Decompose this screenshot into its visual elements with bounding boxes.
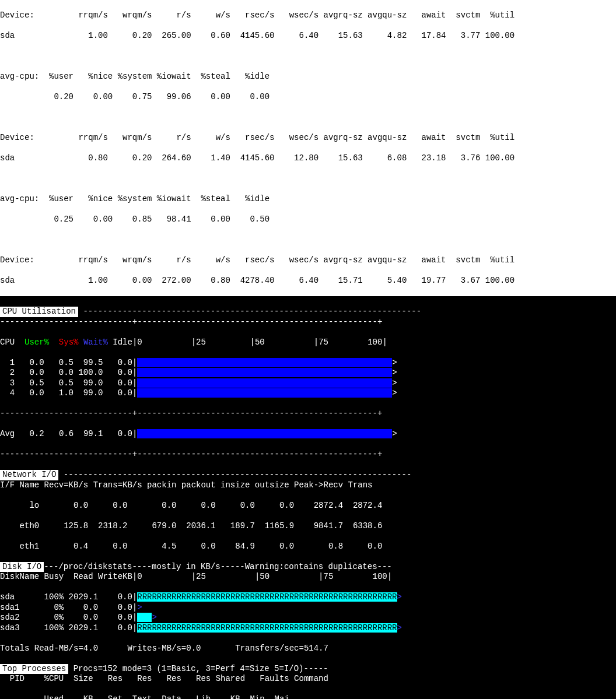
cpu-col-wait: Wait% [83, 338, 108, 347]
disk-colhdr: DiskName Busy Read WriteKB [0, 572, 132, 581]
cpu-col-sys: Sys% [59, 338, 79, 347]
cpu-avg-label: Avg [0, 429, 15, 438]
cpu-scale: |0 |25 |50 |75 100| [132, 338, 387, 347]
cpu-wait-bar: WWWWWWWWWWWWWWWWWWWWWWWWWWWWWWWWWWWWWWWW… [137, 368, 392, 377]
cpu-avg-idle: 0.0 [118, 429, 132, 438]
cpu-row: 2 0.0 0.0 100.0 0.0|WWWWWWWWWWWWWWWWWWWW… [0, 368, 616, 378]
iostat-cpu-row: 0.25 0.00 0.85 98.41 0.00 0.50 [0, 215, 616, 225]
top-hdr1: PID %CPU Size Res Res Res Res Shared Fau… [0, 674, 616, 684]
cpu-wait-bar: WWWWWWWWWWWWWWWWWWWWWWWWWWWWWWWWWWWWWWWW… [137, 378, 392, 388]
cpu-avg-sys: 0.6 [59, 429, 74, 438]
iostat-dev-hdr: Device: rrqm/s wrqm/s r/s w/s rsec/s wse… [0, 255, 616, 266]
nmon-output: CPU Utilisation ------------------------… [0, 296, 616, 700]
net-header: I/F Name Recv=KB/s Trans=KB/s packin pac… [0, 480, 616, 491]
disk-row: sda 100% 2029.1 0.0|RRRRRRRRRRRRRRRRRRRR… [0, 592, 616, 603]
iostat-cpu-hdr: avg-cpu: %user %nice %system %iowait %st… [0, 194, 616, 205]
disk-row: sda1 0% 0.0 0.0|> [0, 603, 616, 613]
cpu-avg-wait: 99.1 [83, 429, 103, 438]
cpu-section-header: CPU Utilisation [0, 307, 78, 317]
cpu-col-idle: Idle [113, 338, 132, 347]
disk-scale: |0 |25 |50 |75 100| [132, 572, 392, 581]
disk-hdrline: /proc/diskstats----mostly in KB/s-----Wa… [58, 562, 391, 571]
disk-totals: Totals Read-MB/s=4.0 Writes-MB/s=0.0 Tra… [0, 644, 616, 654]
disk-read-bar: RRRRRRRRRRRRRRRRRRRRRRRRRRRRRRRRRRRRRRRR… [137, 592, 397, 602]
top-section-header: Top Processes [0, 664, 68, 675]
disk-row: sda3 100% 2029.1 0.0|RRRRRRRRRRRRRRRRRRR… [0, 623, 616, 634]
iostat-dev-row: sda 0.80 0.20 264.60 1.40 4145.60 12.80 … [0, 153, 616, 164]
iostat-dev-row: sda 1.00 0.20 265.00 0.60 4145.60 6.40 1… [0, 31, 616, 41]
cpu-wait-bar: WWWWWWWWWWWWWWWWWWWWWWWWWWWWWWWWWWWWWWWW… [137, 358, 392, 367]
iostat-dev-hdr: Device: rrqm/s wrqm/s r/s w/s rsec/s wse… [0, 10, 616, 21]
iostat-dev-row: sda 1.00 0.00 272.00 0.80 4278.40 6.40 1… [0, 276, 616, 286]
disk-read-bar [137, 613, 152, 622]
net-row: eth1 0.4 0.0 4.5 0.0 84.9 0.0 0.8 0.0 [0, 542, 616, 552]
cpu-avg-user: 0.2 [29, 429, 44, 438]
iostat-dev-hdr: Device: rrqm/s wrqm/s r/s w/s rsec/s wse… [0, 133, 616, 143]
cpu-row: 4 0.0 1.0 99.0 0.0|WWWWWWWWWWWWWWWWWWWWW… [0, 388, 616, 399]
top-hdr2: Used KB Set Text Data Lib KB Min Maj [0, 694, 616, 699]
cpu-row: 1 0.0 0.5 99.5 0.0|WWWWWWWWWWWWWWWWWWWWW… [0, 358, 616, 368]
top-info: Procs=152 mode=3 (1=Basic, 3=Perf 4=Size… [74, 664, 328, 673]
cpu-row: 3 0.5 0.5 99.0 0.0|WWWWWWWWWWWWWWWWWWWWW… [0, 378, 616, 389]
disk-section-header: Disk I/O [0, 562, 44, 572]
cpu-col-cpu: CPU [0, 338, 15, 347]
iostat-cpu-row: 0.20 0.00 0.75 99.06 0.00 0.00 [0, 92, 616, 103]
net-section-header: Network I/O [0, 470, 58, 480]
iostat-output: Device: rrqm/s wrqm/s r/s w/s rsec/s wse… [0, 0, 616, 296]
disk-row: sda2 0% 0.0 0.0| > [0, 613, 616, 623]
cpu-col-user: User% [24, 338, 49, 347]
cpu-avg-bar: WWWWWWWWWWWWWWWWWWWWWWWWWWWWWWWWWWWWWWWW… [137, 429, 392, 438]
disk-read-bar: RRRRRRRRRRRRRRRRRRRRRRRRRRRRRRRRRRRRRRRR… [137, 623, 397, 633]
iostat-cpu-hdr: avg-cpu: %user %nice %system %iowait %st… [0, 72, 616, 82]
net-row: lo 0.0 0.0 0.0 0.0 0.0 0.0 2872.4 2872.4 [0, 501, 616, 511]
cpu-wait-bar: WWWWWWWWWWWWWWWWWWWWWWWWWWWWWWWWWWWWWWWW… [137, 388, 392, 398]
net-row: eth0 125.8 2318.2 679.0 2036.1 189.7 116… [0, 521, 616, 532]
